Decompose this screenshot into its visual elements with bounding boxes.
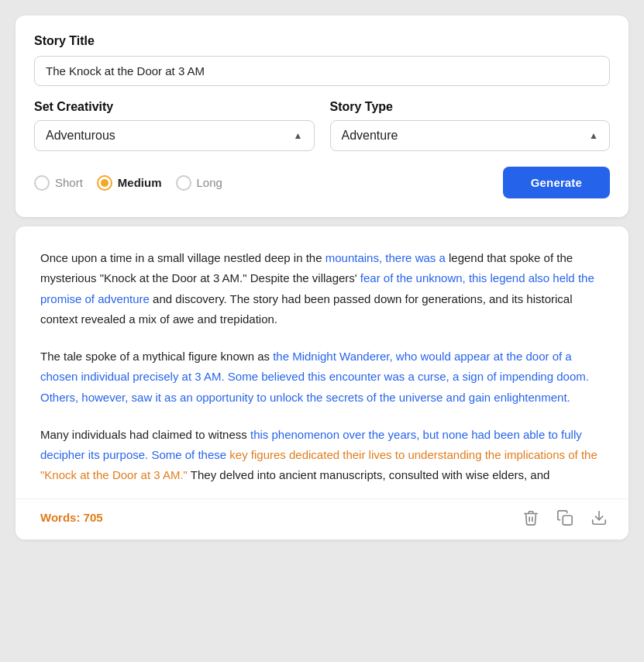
creativity-group: Set Creativity Adventurous ▲ — [34, 100, 315, 151]
radio-short-circle — [34, 175, 50, 191]
controls-row: Set Creativity Adventurous ▲ Story Type … — [34, 100, 610, 151]
copy-icon[interactable] — [554, 507, 576, 529]
story-title-input[interactable] — [34, 56, 610, 86]
top-card: Story Title Set Creativity Adventurous ▲… — [15, 16, 629, 217]
words-count: Words: 705 — [40, 511, 103, 524]
story-footer: Words: 705 — [15, 498, 629, 540]
story-paragraph-1: Once upon a time in a small village nest… — [40, 248, 610, 329]
radio-long[interactable]: Long — [176, 175, 222, 191]
generate-button[interactable]: Generate — [503, 167, 610, 198]
radio-generate-row: Short Medium Long Generate — [34, 167, 610, 198]
story-text: Once upon a time in a small village nest… — [40, 248, 610, 486]
creativity-dropdown-arrow: ▲ — [294, 130, 303, 141]
radio-short-label: Short — [55, 176, 83, 189]
story-paragraph-3: Many individuals had claimed to witness … — [40, 425, 610, 486]
words-number: 705 — [84, 511, 103, 524]
story-type-value: Adventure — [342, 129, 398, 143]
radio-options: Short Medium Long — [34, 175, 487, 191]
svg-rect-0 — [563, 515, 572, 525]
story-title-label: Story Title — [34, 34, 610, 48]
words-label: Words: — [40, 511, 84, 524]
radio-medium-circle — [97, 175, 112, 191]
radio-short[interactable]: Short — [34, 175, 83, 191]
radio-medium-label: Medium — [118, 176, 162, 189]
delete-icon[interactable] — [520, 507, 542, 529]
story-type-group: Story Type Adventure ▲ — [330, 100, 611, 151]
story-type-dropdown[interactable]: Adventure ▲ — [330, 120, 611, 151]
creativity-value: Adventurous — [46, 129, 115, 143]
story-type-label: Story Type — [330, 100, 611, 114]
story-scroll-area[interactable]: Once upon a time in a small village nest… — [15, 226, 629, 498]
footer-icons — [520, 507, 610, 529]
radio-long-label: Long — [197, 176, 222, 189]
main-container: Story Title Set Creativity Adventurous ▲… — [15, 16, 629, 540]
set-creativity-label: Set Creativity — [34, 100, 315, 114]
radio-medium[interactable]: Medium — [97, 175, 162, 191]
creativity-dropdown[interactable]: Adventurous ▲ — [34, 120, 315, 151]
download-icon[interactable] — [588, 507, 610, 529]
radio-long-circle — [176, 175, 191, 191]
story-type-dropdown-arrow: ▲ — [589, 130, 598, 141]
story-paragraph-2: The tale spoke of a mythical figure know… — [40, 347, 610, 408]
story-card: Once upon a time in a small village nest… — [15, 226, 629, 540]
